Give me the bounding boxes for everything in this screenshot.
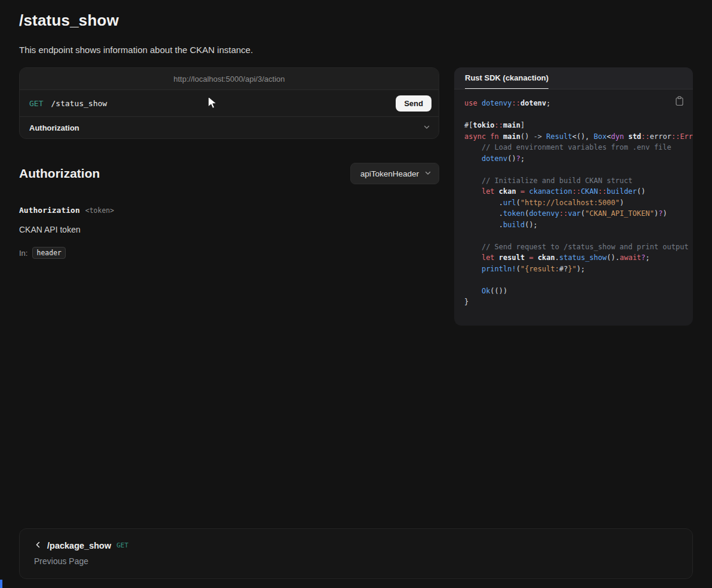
http-method-label: GET — [29, 99, 43, 108]
scroll-indicator — [0, 580, 2, 588]
content-columns: http://localhost:5000/api/3/action GET /… — [19, 67, 693, 326]
previous-endpoint-method: GET — [116, 541, 128, 549]
auth-scheme-dropdown[interactable]: apiTokenHeader — [350, 163, 439, 184]
authorization-accordion-label: Authorization — [29, 123, 79, 132]
previous-page-label: Previous Page — [34, 556, 678, 566]
in-label: In: — [19, 249, 27, 258]
auth-param: Authorization <token> — [19, 206, 439, 215]
endpoint-path: /status_show — [51, 99, 107, 108]
auth-param-description: CKAN API token — [19, 225, 439, 234]
auth-param-type: <token> — [85, 206, 114, 215]
previous-page-link[interactable]: /package_show GET Previous Page — [19, 528, 693, 579]
base-url-bar[interactable]: http://localhost:5000/api/3/action — [20, 68, 439, 90]
auth-param-location: In: header — [19, 247, 439, 259]
auth-param-name: Authorization — [19, 206, 80, 215]
base-url-text: http://localhost:5000/api/3/action — [174, 75, 285, 83]
authorization-section-header: Authorization apiTokenHeader — [19, 163, 439, 184]
request-row: GET /status_show Send — [20, 90, 439, 116]
send-button[interactable]: Send — [396, 95, 431, 112]
chevron-down-icon — [423, 123, 430, 132]
in-value-badge: header — [32, 247, 66, 259]
code-sample-panel: Rust SDK (ckanaction) use dotenvy::doten… — [454, 67, 693, 326]
code-block[interactable]: use dotenvy::dotenv; #[tokio::main] asyn… — [454, 89, 693, 326]
authorization-heading: Authorization — [19, 166, 100, 181]
page-title: /status_show — [19, 0, 693, 30]
previous-endpoint-title: /package_show — [47, 541, 111, 550]
authorization-accordion[interactable]: Authorization — [20, 116, 439, 138]
chevron-down-icon — [424, 169, 431, 178]
auth-scheme-value: apiTokenHeader — [360, 169, 419, 178]
clipboard-icon — [675, 99, 684, 108]
chevron-left-icon — [34, 540, 42, 551]
previous-page-row: /package_show GET — [34, 540, 678, 551]
page: /status_show This endpoint shows informa… — [0, 0, 712, 588]
request-card: http://localhost:5000/api/3/action GET /… — [19, 67, 439, 139]
endpoint-description: This endpoint shows information about th… — [19, 45, 693, 55]
tab-rust-sdk[interactable]: Rust SDK (ckanaction) — [465, 67, 548, 89]
code-panel-header: Rust SDK (ckanaction) — [454, 67, 693, 89]
copy-button[interactable] — [674, 95, 685, 109]
left-column: http://localhost:5000/api/3/action GET /… — [19, 67, 439, 259]
